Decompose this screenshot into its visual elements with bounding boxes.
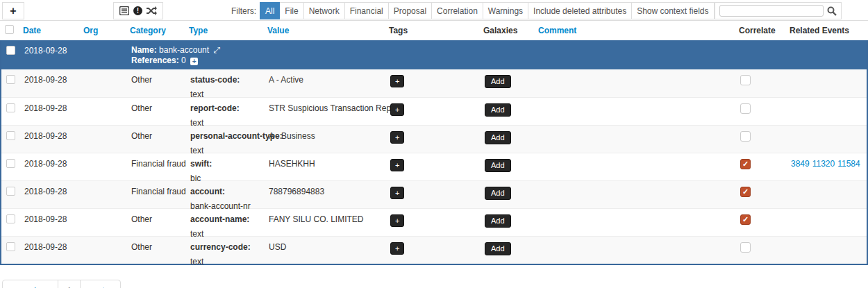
correlate-checkbox[interactable]	[740, 103, 751, 114]
search-icon[interactable]	[827, 6, 837, 16]
pagination-current-page[interactable]: 1	[58, 280, 80, 288]
correlate-cell	[732, 75, 787, 87]
correlate-checkbox[interactable]	[740, 242, 751, 253]
list-alt-icon[interactable]	[119, 6, 129, 15]
filter-tab-include-deleted-attributes[interactable]: Include deleted attributes	[528, 2, 632, 19]
shuffle-icon[interactable]	[147, 6, 157, 15]
add-galaxy-button[interactable]: Add	[485, 75, 511, 88]
related-events: 38491132011584	[787, 159, 868, 169]
attribute-type-name: account:	[190, 187, 265, 196]
row-checkbox[interactable]	[1, 159, 21, 170]
correlate-checkbox[interactable]	[740, 159, 751, 169]
correlate-checkbox[interactable]	[740, 187, 751, 197]
column-header-category[interactable]: Category	[126, 26, 185, 35]
correlate-cell	[732, 159, 787, 171]
expand-icon[interactable]: ⤢	[213, 45, 220, 55]
attribute-date: 2018-09-28	[21, 131, 81, 141]
filter-tab-proposal[interactable]: Proposal	[389, 2, 432, 19]
attribute-type-sub: bank-account-nr	[190, 201, 265, 211]
attribute-value: A - Active	[265, 75, 387, 85]
attribute-type-sub: bic	[190, 173, 265, 183]
filters-label: Filters:	[231, 2, 256, 20]
column-header-type[interactable]: Type	[185, 26, 264, 35]
correlate-checkbox[interactable]	[740, 131, 751, 142]
object-references-label: References:	[131, 56, 179, 65]
row-checkbox[interactable]	[1, 242, 21, 253]
add-tag-button[interactable]: +	[390, 75, 404, 87]
attribute-date: 2018-09-28	[21, 214, 81, 224]
correlate-cell	[732, 131, 787, 144]
attribute-type-name: swift:	[190, 159, 265, 169]
add-galaxy-button[interactable]: Add	[485, 187, 511, 200]
add-attribute-button[interactable]: +	[2, 2, 24, 19]
object-name: bank-account	[159, 45, 209, 55]
tags-cell: +	[387, 159, 481, 171]
related-event-link[interactable]: 11320	[812, 159, 835, 169]
row-checkbox[interactable]	[1, 75, 21, 86]
add-tag-button[interactable]: +	[390, 242, 404, 255]
attribute-category: Other	[128, 242, 187, 252]
correlate-cell	[732, 103, 787, 116]
add-reference-icon[interactable]: +	[190, 58, 198, 65]
attribute-type-name: personal-account-type:	[190, 131, 265, 141]
add-tag-button[interactable]: +	[390, 214, 404, 227]
filter-tab-financial[interactable]: Financial	[345, 2, 389, 19]
attribute-type-name: currency-code:	[190, 242, 265, 252]
filter-tab-network[interactable]: Network	[304, 2, 345, 19]
attribute-type-name: status-code:	[190, 75, 265, 85]
attribute-date: 2018-09-28	[21, 159, 81, 169]
add-galaxy-button[interactable]: Add	[485, 159, 511, 172]
column-header-date[interactable]: Date	[19, 26, 80, 35]
filter-tab-warnings[interactable]: Warnings	[483, 2, 528, 19]
checkbox-icon	[6, 75, 15, 84]
table-header-row: DateOrgCategoryTypeValueTagsGalaxiesComm…	[0, 21, 868, 40]
checkbox-icon	[6, 214, 15, 223]
row-checkbox[interactable]	[1, 103, 21, 115]
attribute-type: account: bank-account-nr	[187, 187, 265, 211]
galaxies-cell: Add	[481, 242, 536, 255]
add-galaxy-button[interactable]: Add	[485, 103, 511, 117]
column-header-related: Related Events	[786, 26, 868, 35]
add-galaxy-button[interactable]: Add	[485, 242, 511, 255]
add-galaxy-button[interactable]: Add	[485, 131, 511, 144]
toolbar-icon-group: !	[113, 2, 163, 19]
attribute-row: 2018-09-28 Financial fraud account: bank…	[1, 180, 867, 208]
attribute-category: Other	[128, 75, 187, 85]
object-meta: Name: bank-account ⤢ References: 0 +	[128, 45, 220, 66]
row-checkbox[interactable]	[1, 45, 21, 57]
correlate-checkbox[interactable]	[740, 75, 751, 85]
filter-tab-show-context-fields[interactable]: Show context fields	[632, 2, 714, 19]
related-event-link[interactable]: 3849	[791, 159, 810, 169]
attribute-value: 788796894883	[265, 187, 387, 196]
galaxies-cell: Add	[481, 75, 536, 88]
add-galaxy-button[interactable]: Add	[485, 214, 511, 228]
filters-bar: Filters: AllFileNetworkFinancialProposal…	[231, 2, 842, 20]
pagination-link[interactable]: next »	[80, 280, 120, 288]
checkbox-icon	[5, 25, 14, 34]
pagination-link[interactable]: « previous	[3, 280, 58, 288]
attribute-type-name: report-code:	[190, 103, 265, 113]
row-checkbox[interactable]	[1, 214, 21, 226]
filter-tab-all[interactable]: All	[260, 2, 280, 19]
column-header-org[interactable]: Org	[80, 26, 126, 35]
filter-tab-correlation[interactable]: Correlation	[432, 2, 483, 19]
add-tag-button[interactable]: +	[390, 131, 404, 144]
search-input[interactable]	[719, 5, 824, 17]
row-checkbox[interactable]	[1, 131, 21, 142]
filter-tab-file[interactable]: File	[280, 2, 303, 19]
column-header-tags: Tags	[385, 26, 480, 35]
column-header-value[interactable]: Value	[264, 26, 385, 35]
attribute-category: Other	[128, 214, 187, 224]
add-tag-button[interactable]: +	[390, 159, 404, 171]
correlate-checkbox[interactable]	[740, 214, 751, 225]
add-tag-button[interactable]: +	[390, 187, 404, 199]
related-event-link[interactable]: 11584	[837, 159, 860, 169]
attribute-type: swift: bic	[187, 159, 265, 183]
attribute-value: STR Suspicious Transaction Report	[265, 103, 387, 113]
exclamation-circle-icon[interactable]: !	[133, 6, 142, 15]
select-all-checkbox[interactable]	[0, 25, 19, 36]
attribute-value: FANY SILU CO. LIMITED	[265, 214, 387, 224]
column-header-comment[interactable]: Comment	[535, 26, 731, 35]
row-checkbox[interactable]	[1, 187, 21, 198]
add-tag-button[interactable]: +	[390, 103, 404, 116]
